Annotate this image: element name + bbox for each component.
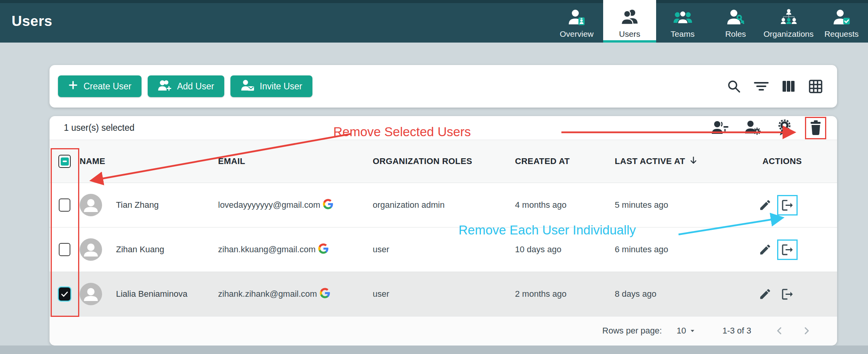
user-last-active: 5 minutes ago — [615, 200, 753, 210]
tab-organizations[interactable]: Organizations — [762, 0, 815, 43]
org-chart-icon — [779, 9, 798, 26]
pagination-bar: Rows per page: 10 1-3 of 3 — [49, 316, 837, 345]
user-name: Tian Zhang — [116, 200, 159, 210]
user-created-at: 2 months ago — [515, 289, 615, 299]
user-settings-icon[interactable] — [742, 117, 764, 139]
user-badge-icon — [568, 9, 586, 26]
table-header-row: NAME EMAIL ORGANIZATION ROLES CREATED AT… — [49, 140, 837, 183]
pager — [774, 325, 812, 337]
tab-label: Organizations — [764, 29, 814, 39]
user-name: Lialia Beniaminova — [116, 289, 188, 299]
avatar — [80, 194, 102, 216]
delete-icon[interactable] — [805, 117, 826, 139]
row-checkbox[interactable] — [59, 287, 70, 301]
users-icon — [621, 9, 639, 26]
tab-label: Teams — [671, 29, 695, 39]
user-org-role: user — [373, 245, 515, 255]
tab-requests[interactable]: Requests — [815, 0, 868, 43]
user-check-icon — [833, 9, 851, 26]
page-title: Users — [12, 13, 52, 29]
assign-role-icon[interactable] — [774, 116, 796, 139]
toolbar-icons — [727, 79, 823, 94]
table-row: Zihan Kuang zihan.kkuang@gmail.com user … — [49, 227, 837, 272]
remove-user-row-icon[interactable] — [777, 284, 798, 304]
row-checkbox[interactable] — [59, 243, 70, 256]
column-header-actions: ACTIONS — [753, 156, 837, 166]
search-icon[interactable] — [727, 79, 741, 94]
header-checkbox-cell — [49, 155, 80, 168]
column-header-name[interactable]: NAME — [80, 156, 218, 166]
column-header-org-roles[interactable]: ORGANIZATION ROLES — [373, 156, 515, 166]
toolbar: Create User Add User Invite User — [49, 65, 837, 108]
next-page-icon[interactable] — [801, 325, 812, 337]
tab-label: Roles — [725, 29, 746, 39]
user-created-at: 4 months ago — [515, 200, 615, 210]
rows-per-page-select[interactable]: 10 — [677, 326, 697, 336]
bottom-strip — [0, 345, 868, 354]
remove-user-icon[interactable] — [708, 118, 732, 139]
table-row: Lialia Beniaminova zihank.zihank@gmail.c… — [49, 272, 837, 316]
column-header-last-active[interactable]: LAST ACTIVE AT — [615, 155, 753, 168]
remove-user-row-icon[interactable] — [777, 195, 798, 215]
previous-page-icon[interactable] — [774, 325, 785, 337]
rows-per-page-label: Rows per page: — [602, 326, 662, 336]
user-name: Zihan Kuang — [116, 245, 164, 255]
app-header: Users Overview Users — [0, 0, 868, 43]
create-user-label: Create User — [84, 81, 131, 92]
tab-users[interactable]: Users — [603, 0, 656, 43]
column-header-label: LAST ACTIVE AT — [615, 156, 685, 166]
person-mail-icon — [240, 79, 254, 94]
avatar — [80, 283, 102, 305]
tab-teams[interactable]: Teams — [656, 0, 709, 43]
avatar — [80, 238, 102, 261]
edit-user-icon[interactable] — [759, 198, 772, 212]
invite-user-label: Invite User — [260, 81, 302, 92]
edit-user-icon[interactable] — [759, 243, 772, 256]
user-org-role: user — [373, 289, 515, 299]
remove-user-row-icon[interactable] — [777, 239, 798, 260]
page-range: 1-3 of 3 — [722, 326, 751, 336]
table-row: Tian Zhang lovedayyyyyyy@gmail.com organ… — [49, 183, 837, 227]
selection-actions — [708, 116, 826, 139]
grid-icon[interactable] — [808, 79, 823, 94]
add-user-label: Add User — [177, 81, 214, 92]
sort-desc-icon — [688, 155, 699, 168]
users-table: 1 user(s) selected NAME EMAIL ORGANIZATI… — [49, 116, 837, 345]
tab-label: Overview — [560, 29, 594, 39]
plus-icon — [68, 80, 78, 92]
role-key-icon — [726, 9, 745, 26]
tab-roles[interactable]: Roles — [709, 0, 762, 43]
user-org-role: organization admin — [373, 200, 515, 210]
google-icon — [319, 287, 331, 301]
user-created-at: 10 days ago — [515, 245, 615, 255]
user-last-active: 8 days ago — [615, 289, 753, 299]
nav-tabs: Overview Users Teams — [550, 0, 868, 43]
user-email: zihank.zihank@gmail.com — [218, 289, 317, 299]
caret-down-icon — [688, 327, 697, 335]
user-email: lovedayyyyyyy@gmail.com — [218, 200, 320, 210]
invite-user-button[interactable]: Invite User — [230, 75, 312, 97]
select-all-checkbox[interactable] — [58, 155, 71, 168]
edit-user-icon[interactable] — [759, 287, 772, 301]
add-user-button[interactable]: Add User — [148, 75, 224, 97]
person-add-icon — [158, 79, 172, 94]
selection-count: 1 user(s) selected — [64, 123, 135, 133]
user-email: zihan.kkuang@gmail.com — [218, 245, 315, 255]
create-user-button[interactable]: Create User — [58, 75, 142, 97]
google-icon — [322, 198, 334, 212]
columns-icon[interactable] — [781, 79, 796, 94]
row-checkbox[interactable] — [59, 198, 70, 212]
column-header-email[interactable]: EMAIL — [218, 156, 373, 166]
tab-label: Requests — [824, 29, 859, 39]
rows-per-page-value: 10 — [677, 326, 686, 336]
teams-icon — [674, 9, 692, 26]
google-icon — [318, 243, 329, 257]
filter-icon[interactable] — [754, 79, 769, 94]
tab-overview[interactable]: Overview — [550, 0, 603, 43]
selection-bar: 1 user(s) selected — [49, 116, 837, 140]
tab-label: Users — [619, 29, 640, 39]
column-header-created[interactable]: CREATED AT — [515, 156, 615, 166]
user-last-active: 6 minutes ago — [615, 245, 753, 255]
